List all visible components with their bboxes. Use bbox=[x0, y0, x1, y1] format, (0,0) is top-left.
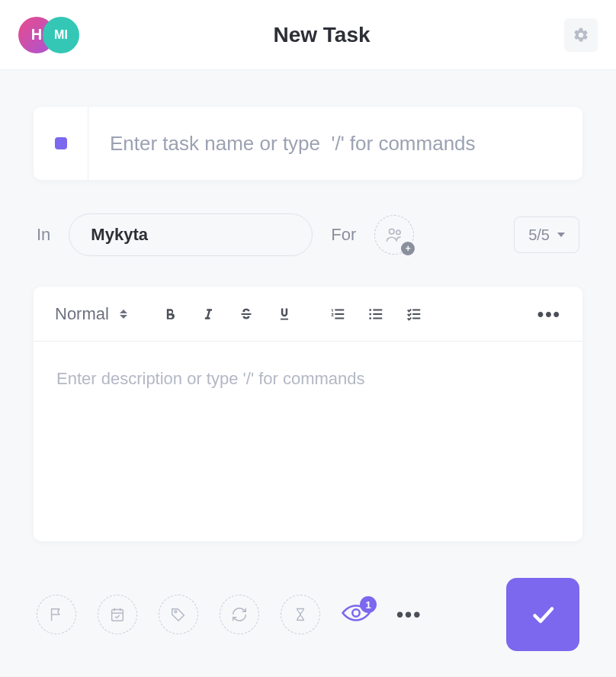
checklist-button[interactable] bbox=[403, 306, 425, 322]
description-card: Normal ••• Enter description or type '/'… bbox=[34, 287, 582, 541]
underline-icon bbox=[277, 306, 292, 322]
description-input[interactable]: Enter description or type '/' for comman… bbox=[34, 342, 582, 416]
ordered-list-button[interactable] bbox=[327, 306, 348, 322]
tag-button[interactable] bbox=[159, 595, 198, 634]
header: H MI New Task bbox=[0, 0, 616, 70]
tag-icon bbox=[170, 606, 187, 623]
italic-icon bbox=[201, 306, 216, 322]
flag-button[interactable] bbox=[37, 595, 76, 634]
bold-button[interactable] bbox=[159, 306, 181, 322]
footer-more-button[interactable]: ••• bbox=[396, 603, 422, 627]
editor-toolbar: Normal ••• bbox=[34, 287, 582, 342]
svg-point-0 bbox=[390, 229, 395, 234]
svg-point-2 bbox=[369, 309, 371, 311]
page-title: New Task bbox=[273, 23, 370, 47]
gear-icon bbox=[573, 27, 589, 43]
estimate-button[interactable] bbox=[281, 595, 320, 634]
flag-icon bbox=[48, 606, 65, 623]
svg-point-7 bbox=[352, 609, 360, 617]
svg-rect-5 bbox=[112, 610, 124, 621]
svg-point-1 bbox=[396, 230, 400, 234]
svg-point-3 bbox=[369, 313, 371, 315]
checklist-icon bbox=[406, 306, 422, 322]
italic-button[interactable] bbox=[197, 306, 219, 322]
footer-actions: 1 ••• bbox=[34, 578, 582, 651]
ordered-list-icon bbox=[329, 306, 346, 322]
list-selector[interactable]: Mykyta bbox=[69, 213, 313, 256]
bullet-list-button[interactable] bbox=[365, 306, 387, 322]
task-name-input[interactable] bbox=[88, 107, 582, 180]
task-name-card bbox=[34, 107, 582, 180]
hourglass-icon bbox=[293, 606, 308, 623]
loop-icon bbox=[231, 606, 248, 623]
svg-point-4 bbox=[369, 317, 371, 319]
avatar-group: H MI bbox=[18, 17, 79, 53]
priority-value: 5/5 bbox=[528, 226, 550, 244]
format-selector[interactable]: Normal bbox=[55, 304, 127, 324]
bullet-list-icon bbox=[367, 306, 384, 322]
check-icon bbox=[529, 601, 557, 628]
bold-icon bbox=[162, 306, 178, 322]
calendar-icon bbox=[109, 606, 126, 623]
format-label: Normal bbox=[55, 304, 109, 324]
sort-icon bbox=[120, 310, 127, 319]
create-task-button[interactable] bbox=[506, 578, 579, 651]
plus-badge-icon: + bbox=[401, 242, 415, 255]
avatar-user[interactable]: MI bbox=[43, 17, 79, 53]
recurring-button[interactable] bbox=[220, 595, 259, 634]
chevron-down-icon bbox=[557, 233, 565, 237]
svg-point-6 bbox=[175, 611, 177, 613]
status-selector[interactable] bbox=[34, 107, 88, 180]
toolbar-more-button[interactable]: ••• bbox=[537, 303, 561, 325]
watchers-badge: 1 bbox=[360, 596, 377, 613]
priority-selector[interactable]: 5/5 bbox=[514, 217, 579, 253]
in-label: In bbox=[37, 225, 50, 245]
assignee-add-button[interactable]: + bbox=[374, 215, 414, 255]
people-icon bbox=[384, 225, 404, 245]
settings-button[interactable] bbox=[564, 18, 598, 52]
meta-row: In Mykyta For + 5/5 bbox=[34, 213, 582, 256]
underline-button[interactable] bbox=[274, 306, 295, 322]
strikethrough-icon bbox=[238, 306, 255, 322]
watchers-button[interactable]: 1 bbox=[342, 602, 371, 627]
list-name: Mykyta bbox=[91, 225, 148, 245]
date-button[interactable] bbox=[98, 595, 137, 634]
status-square-icon bbox=[55, 137, 67, 149]
strikethrough-button[interactable] bbox=[236, 306, 257, 322]
for-label: For bbox=[331, 225, 356, 245]
